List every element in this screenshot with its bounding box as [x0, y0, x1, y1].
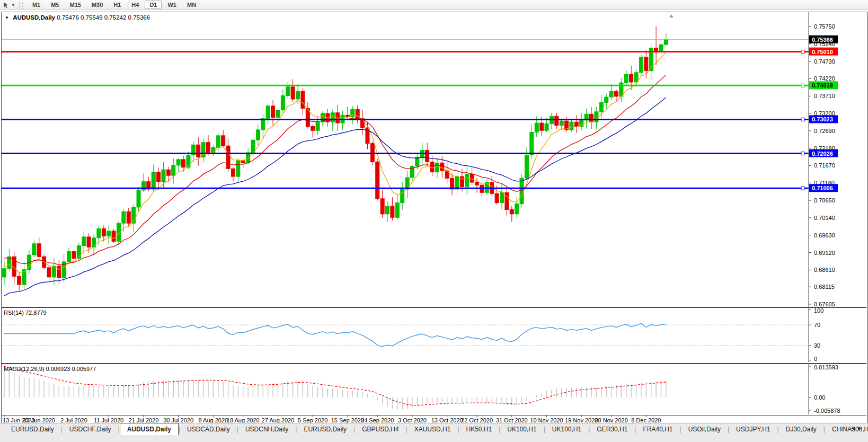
chart-title: ▼ AUDUSD,Daily 0.75476 0.75549 0.75242 0…	[5, 14, 150, 21]
svg-text:0.70140: 0.70140	[814, 215, 835, 221]
svg-text:0.71670: 0.71670	[814, 162, 835, 169]
rsi-axis-label: 70	[814, 322, 820, 328]
macd-label: MACD(12,26,9) 0.006923 0.005977	[4, 366, 96, 372]
chart-tabs: EURUSD,Daily|USDCHF,Daily|AUDUSD,Daily|U…	[0, 423, 868, 435]
mt4-window: ▼ M1M5M15M30H1H4D1W1MN ▼ AUDUSD,Daily 0.…	[0, 0, 868, 442]
hline-handle[interactable]	[801, 187, 804, 190]
svg-text:0.75750: 0.75750	[814, 23, 835, 30]
chart-tab-gbpusd-h4[interactable]: GBPUSD,H4	[355, 424, 405, 435]
svg-text:0.74220: 0.74220	[814, 75, 835, 82]
ohlc-open: 0.75476	[57, 14, 79, 21]
toolbar-separator	[19, 1, 20, 8]
price-badge: 0.73023	[809, 115, 838, 123]
timeframe-button-w1[interactable]: W1	[163, 1, 181, 9]
svg-text:0.68115: 0.68115	[814, 284, 835, 290]
timeframe-button-mn[interactable]: MN	[182, 1, 201, 9]
svg-text:0.72026: 0.72026	[812, 151, 833, 157]
svg-text:0.72690: 0.72690	[814, 128, 835, 134]
chart-tab-fra40-h1[interactable]: FRA40,H1	[636, 424, 679, 435]
hline-handle[interactable]	[801, 152, 804, 155]
chart-tab-uk100-h1[interactable]: UK100,H1	[545, 424, 588, 435]
shift-marker-icon	[669, 14, 674, 17]
price-pane[interactable]: ▼ AUDUSD,Daily 0.75476 0.75549 0.75242 0…	[2, 12, 866, 307]
price-badge: 0.71006	[809, 184, 838, 192]
chart-tab-bar: EURUSD,Daily|USDCHF,Daily|AUDUSD,Daily|U…	[0, 423, 868, 442]
scroll-left-icon[interactable]: ◀	[851, 426, 858, 431]
svg-text:0.68610: 0.68610	[814, 267, 835, 273]
rsi-chart[interactable]: 10070300	[2, 308, 866, 362]
svg-text:0.75366: 0.75366	[812, 37, 833, 43]
macd-pane[interactable]: MACD(12,26,9) 0.006923 0.005977 0.013593…	[2, 363, 866, 416]
rsi-axis-label: 30	[814, 342, 820, 349]
svg-text:0.71006: 0.71006	[812, 185, 833, 191]
svg-text:0.69120: 0.69120	[814, 250, 835, 256]
chart-tab-usdcnh-daily[interactable]: USDCNH,Daily	[238, 424, 295, 435]
macd-axis-label: 0.013593	[814, 364, 838, 370]
cursor-icon	[3, 2, 10, 8]
svg-text:0.70650: 0.70650	[814, 197, 835, 204]
timeframe-button-m1[interactable]: M1	[28, 1, 45, 9]
timeframe-button-m15[interactable]: M15	[65, 1, 85, 9]
rsi-line	[4, 323, 666, 347]
ohlc-close: 0.75366	[128, 14, 150, 21]
chart-tab-usoil-daily[interactable]: USOil,Daily	[681, 424, 728, 435]
price-badge: 0.72026	[809, 149, 838, 157]
macd-axis-label: 0.00	[814, 394, 825, 401]
timeframe-button-m5[interactable]: M5	[46, 1, 64, 9]
timeframe-button-m30[interactable]: M30	[87, 1, 108, 9]
chart-tab-eurusd-daily[interactable]: EURUSD,Daily	[4, 424, 61, 435]
price-badge: 0.75366	[809, 36, 838, 43]
macd-axis-label: -0.005878	[814, 408, 840, 414]
chart-tab-eurusd-daily[interactable]: EURUSD,Daily	[297, 424, 353, 435]
svg-text:0.67605: 0.67605	[814, 301, 835, 307]
chart-tab-usdchf-daily[interactable]: USDCHF,Daily	[63, 424, 118, 435]
svg-text:0.74019: 0.74019	[812, 82, 833, 89]
candlestick-series	[3, 26, 668, 290]
chart-tab-hk50-h1[interactable]: HK50,H1	[459, 424, 499, 435]
svg-text:0.73023: 0.73023	[812, 116, 833, 122]
chevron-down-icon[interactable]: ▼	[5, 15, 9, 20]
ohlc-high: 0.75549	[81, 14, 103, 21]
date-axis-labels: 13 Jun 202023 Jun 20202 Jul 202011 Jul 2…	[2, 416, 866, 423]
chevron-down-icon[interactable]: ▼	[11, 3, 15, 7]
chart-tab-xauusd-h1[interactable]: XAUUSD,H1	[408, 424, 458, 435]
tab-scroll-arrows: ◀▶	[851, 426, 865, 431]
toolbar-grip[interactable]	[22, 2, 24, 8]
rsi-axis-label: 0	[814, 356, 817, 362]
timeframe-button-h4[interactable]: H4	[127, 1, 144, 9]
svg-text:0.69630: 0.69630	[814, 232, 835, 238]
macd-chart[interactable]: 0.0135930.00-0.005878	[2, 364, 866, 414]
price-axis-ticks: 0.757500.752400.747300.742200.737100.732…	[809, 23, 835, 307]
macd-histogram	[4, 369, 666, 410]
chart-tab-ger30-h1[interactable]: GER30,H1	[590, 424, 634, 435]
price-badge: 0.74019	[809, 81, 838, 89]
chart-tab-dj30-daily[interactable]: DJ30,Daily	[779, 424, 823, 435]
timeframe-button-d1[interactable]: D1	[145, 1, 162, 9]
hline-handle[interactable]	[801, 84, 804, 87]
chart-window: ▼ AUDUSD,Daily 0.75476 0.75549 0.75242 0…	[1, 12, 868, 424]
symbol-label: AUDUSD,Daily	[13, 14, 55, 21]
candlestick-chart[interactable]: 0.757500.752400.747300.742200.737100.732…	[2, 12, 866, 307]
chart-tab-audusd-daily[interactable]: AUDUSD,Daily	[120, 423, 179, 435]
timeframe-toolbar: ▼ M1M5M15M30H1H4D1W1MN	[0, 0, 868, 10]
svg-text:0.75010: 0.75010	[812, 49, 833, 55]
timeframe-button-h1[interactable]: H1	[109, 1, 126, 9]
scroll-right-icon[interactable]: ▶	[858, 426, 865, 431]
ohlc-low: 0.75242	[104, 14, 127, 21]
hline-handle[interactable]	[801, 118, 804, 121]
timeframe-buttons: M1M5M15M30H1H4D1W1MN	[27, 2, 201, 8]
price-badge: 0.75010	[809, 48, 838, 56]
svg-text:0.74730: 0.74730	[814, 58, 835, 65]
hline-handle[interactable]	[801, 50, 804, 54]
svg-text:0.73710: 0.73710	[814, 93, 835, 99]
chart-tab-usdjpy-h1[interactable]: USDJPY,H1	[729, 424, 777, 435]
chart-tab-uk100-h1[interactable]: UK100,H1	[500, 424, 543, 435]
chart-tab-usdcad-daily[interactable]: USDCAD,Daily	[180, 424, 237, 435]
rsi-pane[interactable]: RSI(14) 72.8779 10070300	[2, 307, 866, 363]
chart-tool-icon[interactable]	[1, 1, 11, 8]
rsi-axis-label: 100	[814, 308, 823, 314]
rsi-label: RSI(14) 72.8779	[4, 310, 47, 316]
